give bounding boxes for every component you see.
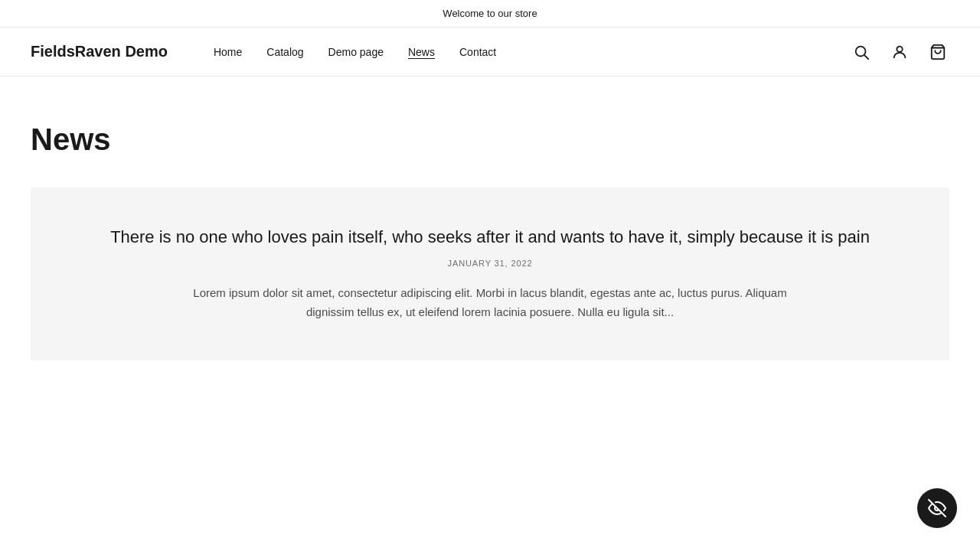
search-icon bbox=[853, 44, 870, 60]
nav-news[interactable]: News bbox=[408, 46, 435, 58]
account-button[interactable] bbox=[888, 41, 911, 64]
cart-icon bbox=[929, 44, 946, 60]
header: FieldsRaven Demo Home Catalog Demo page … bbox=[0, 28, 980, 77]
announcement-text: Welcome to our store bbox=[443, 8, 537, 19]
search-button[interactable] bbox=[850, 41, 873, 64]
main-content: News There is no one who loves pain itse… bbox=[0, 77, 980, 391]
article-excerpt: Lorem ipsum dolor sit amet, consectetur … bbox=[191, 283, 789, 322]
article-title: There is no one who loves pain itself, w… bbox=[61, 226, 919, 249]
announcement-bar: Welcome to our store bbox=[0, 0, 980, 28]
svg-line-1 bbox=[865, 55, 869, 59]
main-nav: Home Catalog Demo page News Contact bbox=[214, 46, 850, 58]
nav-home[interactable]: Home bbox=[214, 46, 242, 58]
nav-demo-page[interactable]: Demo page bbox=[328, 46, 384, 58]
logo[interactable]: FieldsRaven Demo bbox=[31, 43, 168, 60]
article-date: JANUARY 31, 2022 bbox=[61, 259, 919, 268]
header-icons bbox=[850, 41, 949, 64]
article-card[interactable]: There is no one who loves pain itself, w… bbox=[31, 187, 949, 360]
nav-contact[interactable]: Contact bbox=[459, 46, 496, 58]
account-icon bbox=[891, 44, 908, 60]
svg-point-0 bbox=[856, 46, 866, 56]
nav-catalog[interactable]: Catalog bbox=[266, 46, 303, 58]
cart-button[interactable] bbox=[926, 41, 949, 64]
page-title: News bbox=[31, 122, 949, 157]
svg-point-2 bbox=[897, 46, 902, 51]
